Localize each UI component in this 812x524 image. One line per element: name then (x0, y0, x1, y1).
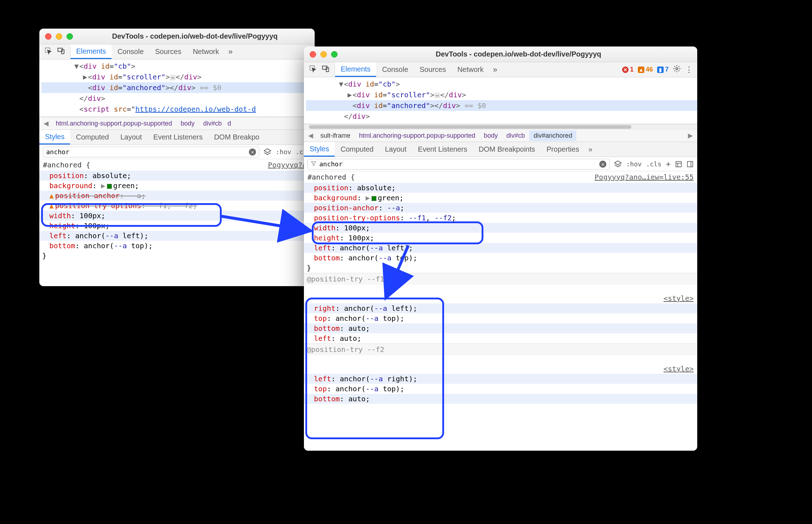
computed-sidebar-icon[interactable] (675, 161, 682, 168)
at-rule-header[interactable]: @position-try --f2 (304, 343, 697, 355)
breadcrumb-pre[interactable]: sult-iframe (316, 131, 355, 141)
maximize-icon[interactable] (67, 33, 73, 40)
source-link[interactable]: <style> (664, 364, 694, 373)
styles-panel-tab[interactable]: Computed (70, 130, 114, 145)
css-declaration[interactable]: width: 100px; (304, 223, 697, 233)
styles-panel-tab[interactable]: Event Listeners (148, 130, 208, 145)
dom-tree[interactable]: ▼<div id="cb">▶<div id="scroller">⋯</div… (39, 59, 315, 117)
css-declaration[interactable]: background: ▶green; (304, 193, 697, 203)
dom-node[interactable]: <div id="anchored"></div> == $0 (41, 82, 315, 93)
tabs-overflow-icon[interactable]: » (489, 62, 501, 77)
inspect-icon[interactable] (44, 47, 52, 57)
css-declaration[interactable]: height: 100px; (39, 221, 315, 231)
css-declaration[interactable]: bottom: anchor(--a top); (304, 253, 697, 263)
styles-panel-tab[interactable]: Computed (335, 142, 379, 157)
dom-tree[interactable]: ▼<div id="cb">▶<div id="scroller">⋯</div… (304, 77, 697, 124)
minimize-icon[interactable] (56, 33, 62, 40)
css-declaration[interactable]: bottom: auto; (304, 394, 697, 404)
css-declaration[interactable]: ▲position-try-options: --f1, --f2; (39, 201, 315, 211)
main-tab[interactable]: Network (187, 44, 225, 59)
breadcrumb-item[interactable]: body (479, 131, 502, 141)
css-declaration[interactable]: width: 100px; (39, 211, 315, 221)
dom-node[interactable]: </div> (306, 111, 697, 122)
titlebar[interactable]: DevTools - codepen.io/web-dot-dev/live/P… (304, 46, 697, 62)
css-declaration[interactable]: position: absolute; (304, 183, 697, 193)
dom-node[interactable]: ▶<div id="scroller">⋯</div> (306, 89, 697, 100)
clear-filter-icon[interactable]: ✕ (249, 148, 256, 156)
styles-panel-tab[interactable]: Layout (379, 142, 412, 157)
dom-scrollbar[interactable] (304, 124, 697, 129)
css-declaration[interactable]: position: absolute; (39, 171, 315, 181)
breadcrumb-item[interactable]: html.anchoring-support.popup-supported (51, 118, 176, 129)
inspect-icon[interactable] (309, 65, 317, 74)
toggle-sidebar-icon[interactable] (686, 161, 694, 168)
source-link[interactable]: Pogyyyq?ano…iew=live:55 (595, 172, 694, 182)
close-icon[interactable] (45, 33, 51, 40)
css-declaration[interactable]: background: ▶green; (39, 181, 315, 191)
css-declaration[interactable]: top: anchor(--a top); (304, 313, 697, 323)
css-declaration[interactable]: bottom: auto; (304, 323, 697, 333)
css-declaration[interactable]: left: anchor(--a left); (39, 231, 315, 241)
main-tab[interactable]: Elements (70, 44, 112, 59)
layers-icon[interactable] (264, 148, 271, 156)
breadcrumb-item[interactable]: body (176, 118, 199, 129)
minimize-icon[interactable] (320, 51, 327, 58)
hov-toggle[interactable]: :hov (276, 148, 291, 156)
breadcrumb-item[interactable]: html.anchoring-support.popup-supported (355, 131, 479, 141)
dom-node[interactable]: ▼<div id="cb"> (41, 61, 315, 72)
settings-icon[interactable] (673, 65, 681, 74)
breadcrumb-left-icon[interactable]: ◀ (305, 132, 316, 139)
css-declaration[interactable]: position-anchor: --a; (304, 203, 697, 213)
main-tab[interactable]: Sources (149, 44, 187, 59)
main-tab[interactable]: Sources (414, 62, 452, 77)
hov-toggle[interactable]: :hov (626, 160, 641, 168)
styles-filter-input[interactable] (319, 160, 596, 168)
dom-node[interactable]: ▶<div id="scroller">⋯</div> (41, 72, 315, 82)
dom-node[interactable]: <script src="https://codepen.io/web-dot-… (41, 104, 315, 114)
css-declaration[interactable]: right: anchor(--a left); (304, 303, 697, 313)
dom-node[interactable]: <div id="anchored"></div> == $0 (306, 100, 697, 111)
breadcrumb-item[interactable]: div#cb (199, 118, 226, 129)
styles-panel-tab[interactable]: Styles (304, 142, 335, 157)
device-toggle-icon[interactable] (57, 47, 65, 57)
info-count[interactable]: ▮7 (657, 66, 669, 73)
panel-overflow-icon[interactable]: » (585, 142, 596, 157)
maximize-icon[interactable] (331, 51, 338, 58)
styles-panel-tab[interactable]: Styles (39, 130, 70, 145)
breadcrumb-item[interactable]: div#cb (502, 131, 529, 141)
css-declaration[interactable]: position-try-options: --f1, --f2; (304, 213, 697, 223)
css-declaration[interactable]: top: anchor(--a top); (304, 384, 697, 394)
device-toggle-icon[interactable] (322, 65, 330, 74)
styles-panel-tab[interactable]: Layout (115, 130, 148, 145)
cls-toggle[interactable]: .cls (646, 160, 661, 168)
dom-node[interactable]: </div> (41, 93, 315, 104)
styles-panel-tab[interactable]: Properties (541, 142, 585, 157)
css-declaration[interactable]: bottom: anchor(--a top); (39, 241, 315, 251)
main-tab[interactable]: Console (112, 44, 149, 59)
css-declaration[interactable]: left: anchor(--a left); (304, 243, 697, 253)
styles-panel-tab[interactable]: DOM Breakpo (208, 130, 265, 145)
styles-filter-input-box[interactable]: ✕ (307, 159, 610, 170)
main-tab[interactable]: Elements (335, 62, 376, 77)
new-style-rule-icon[interactable]: + (666, 159, 671, 169)
css-declaration[interactable]: ▲position-anchor: --a; (39, 191, 315, 201)
tabs-overflow-icon[interactable]: » (225, 44, 236, 59)
breadcrumb-overflow[interactable]: d (226, 118, 235, 129)
styles-panel-tab[interactable]: Event Listeners (412, 142, 473, 157)
clear-filter-icon[interactable]: ✕ (599, 161, 606, 168)
titlebar[interactable]: DevTools - codepen.io/web-dot-dev/live/P… (39, 29, 315, 44)
error-count[interactable]: ✕1 (622, 66, 634, 73)
breadcrumb-left-icon[interactable]: ◀ (41, 119, 51, 127)
styles-pane[interactable]: #anchored { Pogyyyq?an position: absolut… (39, 159, 315, 286)
css-selector[interactable]: #anchored { (43, 160, 90, 170)
close-icon[interactable] (310, 51, 316, 58)
styles-filter-input[interactable] (46, 148, 246, 156)
dom-node[interactable]: ▼<div id="cb"> (306, 79, 697, 89)
breadcrumb-item[interactable]: div#anchored (529, 131, 576, 141)
css-declaration[interactable]: left: auto; (304, 333, 697, 343)
main-tab[interactable]: Network (452, 62, 489, 77)
breadcrumb-right-icon[interactable]: ▶ (685, 132, 696, 139)
menu-icon[interactable]: ⋮ (685, 65, 693, 74)
at-rule-header[interactable]: @position-try --f1 (304, 273, 697, 285)
source-link[interactable]: <style> (664, 294, 694, 303)
